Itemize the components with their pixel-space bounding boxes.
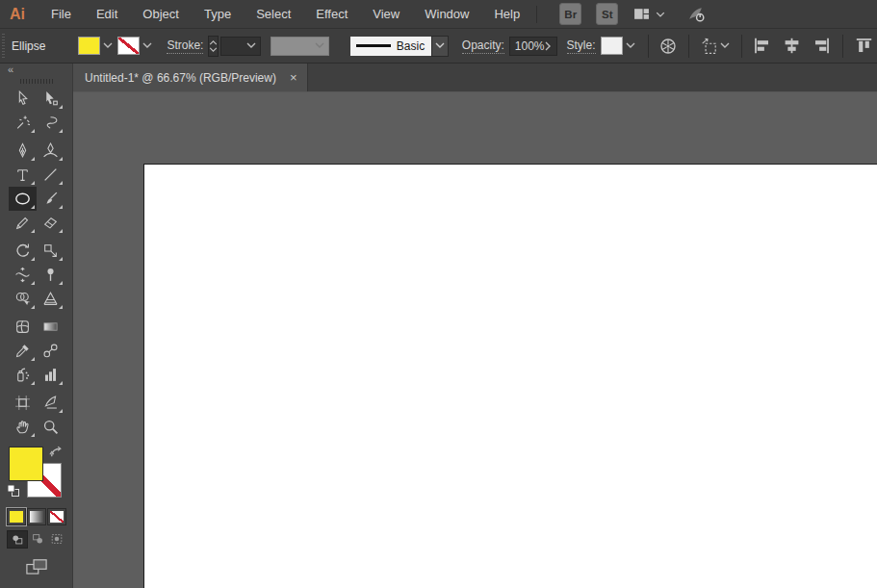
illustrator-window: Ai FileEditObjectTypeSelectEffectViewWin… [0,0,877,588]
menu-view[interactable]: View [360,7,412,21]
menu-file[interactable]: File [39,7,84,21]
perspective-grid-tool[interactable] [37,287,64,311]
selection-tool[interactable] [9,87,37,111]
opacity-label[interactable]: Opacity: [462,38,504,54]
close-icon[interactable]: × [290,71,297,84]
menu-effect[interactable]: Effect [303,7,360,21]
type-tool[interactable] [9,163,37,187]
menu-object[interactable]: Object [130,7,192,21]
canvas[interactable] [73,92,877,588]
stock-button[interactable]: St [596,3,618,25]
chevron-down-icon [315,42,324,49]
tab-strip: Untitled-1* @ 66.67% (RGB/Preview) × [73,64,877,92]
tools-panel: « [0,64,73,588]
default-fill-stroke-icon[interactable] [7,484,20,500]
scale-tool[interactable] [37,239,64,263]
style-swatch[interactable] [601,37,623,55]
menu-select[interactable]: Select [244,7,303,21]
chevron-down-icon[interactable] [655,9,666,20]
draw-inside-button[interactable] [47,530,66,547]
mesh-tool[interactable] [9,315,37,339]
eraser-tool[interactable] [37,211,64,235]
width-tool[interactable] [9,263,37,287]
symbol-sprayer-tool[interactable] [9,363,37,387]
gradient-button[interactable] [27,508,46,525]
chevron-down-icon [626,42,635,49]
brush-power-icon[interactable] [687,5,706,23]
hand-tool[interactable] [9,415,37,439]
pencil-tool[interactable] [9,211,37,235]
chevron-down-icon[interactable] [431,36,449,57]
opacity-value: 100% [515,39,545,53]
transform-shape-icon[interactable] [701,38,730,55]
stroke-none-swatch[interactable] [117,37,140,55]
stroke-color-picker[interactable] [117,37,152,55]
chevron-down-icon [103,42,113,49]
paintbrush-tool[interactable] [37,187,64,211]
panel-grip[interactable] [20,79,53,84]
menu-items: FileEditObjectTypeSelectEffectViewWindow… [39,7,532,21]
graphic-style-picker[interactable] [601,37,635,55]
align-top-icon[interactable] [855,37,873,55]
style-label[interactable]: Style: [567,38,596,54]
blend-tool[interactable] [37,339,64,363]
profile-name: Basic [397,39,425,53]
rotate-tool[interactable] [9,239,37,263]
align-right-icon[interactable] [813,37,831,55]
ellipse-tool[interactable] [9,187,37,211]
menu-help[interactable]: Help [481,7,532,21]
document-title: Untitled-1* @ 66.67% (RGB/Preview) [85,71,276,85]
stroke-label[interactable]: Stroke: [167,38,203,54]
zoom-tool[interactable] [37,415,64,439]
separator [688,35,689,58]
width-profile-dropdown[interactable]: Basic [350,36,449,57]
direct-selection-tool[interactable] [37,87,64,111]
menu-bar: Ai FileEditObjectTypeSelectEffectViewWin… [0,0,877,29]
menu-type[interactable]: Type [192,7,244,21]
line-segment-tool[interactable] [37,163,64,187]
color-button[interactable] [7,508,26,525]
swap-fill-stroke-icon[interactable] [49,446,63,462]
separator [741,35,742,58]
pen-tool[interactable] [9,139,37,163]
menu-edit[interactable]: Edit [84,7,130,21]
eyedropper-tool[interactable] [9,339,37,363]
draw-normal-button[interactable] [7,530,28,549]
separator [648,35,649,58]
bridge-button[interactable]: Br [559,3,581,25]
fill-swatch[interactable] [78,37,100,55]
align-left-icon[interactable] [753,37,771,55]
recolor-artwork-icon[interactable] [659,38,677,55]
align-center-icon[interactable] [783,37,801,55]
gradient-tool[interactable] [37,315,64,339]
stroke-profile-preview [356,44,391,47]
menu-window[interactable]: Window [412,7,481,21]
stroke-width-dropdown[interactable] [220,37,261,56]
stroke-width-stepper[interactable] [208,36,219,57]
workspace-switcher-icon[interactable] [633,6,650,22]
chevron-down-icon [720,42,730,49]
panel-grip[interactable] [2,34,5,59]
none-button[interactable] [47,508,66,525]
separator [536,6,537,23]
fill-indicator[interactable] [9,447,43,481]
brush-definition-dropdown [271,37,328,56]
context-label: Ellipse [12,39,45,53]
lasso-tool[interactable] [37,111,64,135]
chevron-right-icon [545,41,552,51]
slice-tool[interactable] [37,391,64,415]
draw-behind-button[interactable] [28,530,47,547]
fill-color-picker[interactable] [78,37,113,55]
puppet-warp-tool[interactable] [37,263,64,287]
artboard-tool[interactable] [9,391,37,415]
magic-wand-tool[interactable] [9,111,37,135]
column-graph-tool[interactable] [37,363,64,387]
opacity-field[interactable]: 100% [509,37,557,56]
curvature-tool[interactable] [37,139,64,163]
fill-stroke-indicator [0,445,72,504]
shape-builder-tool[interactable] [9,287,37,311]
collapse-panel-icon[interactable]: « [0,64,72,78]
document-tab[interactable]: Untitled-1* @ 66.67% (RGB/Preview) × [73,64,308,91]
artwork-overlay [73,92,362,237]
screen-mode-icon[interactable] [25,558,48,579]
